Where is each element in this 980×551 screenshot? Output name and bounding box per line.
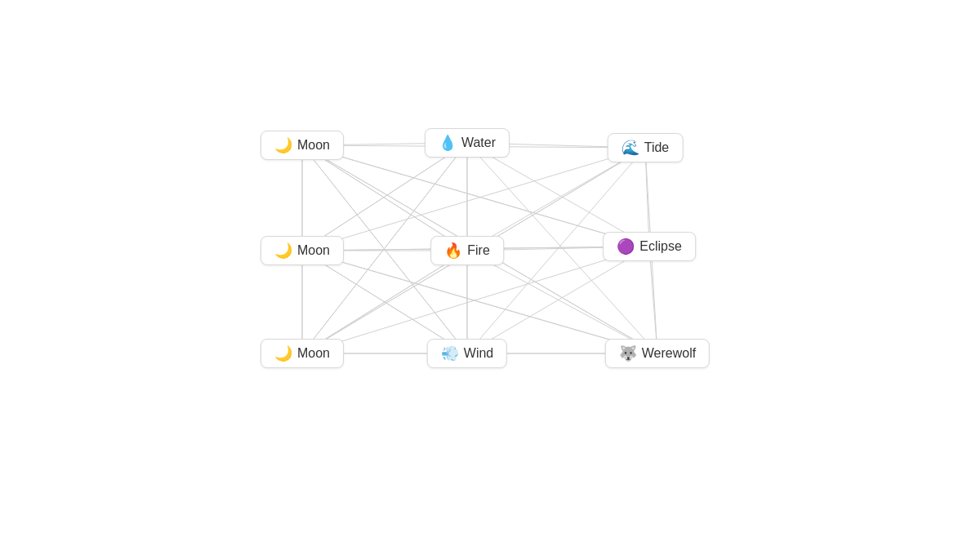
- moon3-label: Moon: [297, 346, 330, 361]
- eclipse-icon: 🟣: [617, 239, 635, 254]
- node-eclipse[interactable]: 🟣Eclipse: [603, 232, 696, 261]
- fire-label: Fire: [467, 243, 490, 258]
- tide-icon: 🌊: [621, 140, 639, 155]
- moon3-icon: 🌙: [274, 346, 292, 361]
- tide-label: Tide: [644, 140, 670, 155]
- svg-line-3: [302, 145, 649, 247]
- eclipse-label: Eclipse: [639, 239, 682, 254]
- node-moon3[interactable]: 🌙Moon: [261, 339, 344, 368]
- wind-icon: 💨: [441, 346, 459, 361]
- node-wind[interactable]: 💨Wind: [427, 339, 507, 368]
- node-fire[interactable]: 🔥Fire: [430, 236, 504, 265]
- svg-line-41: [302, 145, 649, 247]
- fire-icon: 🔥: [444, 243, 462, 258]
- connections-svg: [0, 0, 980, 551]
- svg-line-24: [649, 247, 657, 353]
- svg-line-2: [302, 145, 467, 251]
- moon2-label: Moon: [297, 243, 330, 258]
- node-tide[interactable]: 🌊Tide: [608, 133, 684, 162]
- node-moon1[interactable]: 🌙Moon: [261, 131, 344, 160]
- moon1-icon: 🌙: [274, 138, 292, 153]
- svg-line-39: [302, 145, 467, 251]
- werewolf-icon: 🐺: [619, 346, 637, 361]
- node-werewolf[interactable]: 🐺Werewolf: [605, 339, 710, 368]
- water-label: Water: [461, 136, 496, 150]
- moon2-icon: 🌙: [274, 243, 292, 258]
- graph-canvas: 🌙Moon💧Water🌊Tide🌙Moon🔥Fire🟣Eclipse🌙Moon💨…: [0, 0, 980, 551]
- water-icon: 💧: [439, 136, 457, 150]
- werewolf-label: Werewolf: [642, 346, 696, 361]
- node-water[interactable]: 💧Water: [425, 128, 510, 158]
- node-moon2[interactable]: 🌙Moon: [261, 236, 344, 265]
- moon1-label: Moon: [297, 138, 330, 153]
- wind-label: Wind: [464, 346, 493, 361]
